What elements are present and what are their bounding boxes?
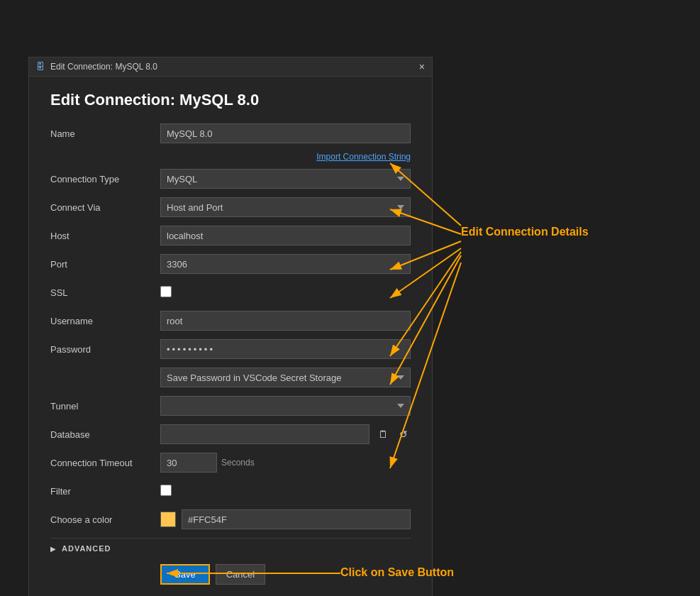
database-row-controls: 🗒 ↺ xyxy=(160,424,411,444)
username-input[interactable] xyxy=(160,311,411,331)
connection-type-row: Connection Type MySQL PostgreSQL SQLite … xyxy=(50,169,411,189)
color-control xyxy=(160,509,411,529)
connect-via-control: Host and Port Socket xyxy=(160,197,411,217)
connection-type-label: Connection Type xyxy=(50,174,160,184)
connect-via-select[interactable]: Host and Port Socket xyxy=(160,197,411,217)
connect-via-row: Connect Via Host and Port Socket xyxy=(50,197,411,217)
filter-label: Filter xyxy=(50,486,160,497)
database-control: 🗒 ↺ xyxy=(160,424,411,444)
db-icon: 🗄 xyxy=(36,62,45,72)
password-label: Password xyxy=(50,344,160,355)
ssl-label: SSL xyxy=(50,287,160,298)
name-input[interactable] xyxy=(160,123,411,143)
advanced-label: ADVANCED xyxy=(62,544,111,553)
password-save-control: Save Password in VSCode Secret Storage D… xyxy=(160,368,411,387)
connect-via-label: Connect Via xyxy=(50,202,160,213)
color-hex-input[interactable] xyxy=(182,509,411,529)
import-link-row: Import Connection String xyxy=(50,152,411,162)
ssl-checkbox[interactable] xyxy=(160,286,172,297)
filter-control xyxy=(160,485,411,498)
tunnel-control xyxy=(160,396,411,416)
port-input[interactable] xyxy=(160,254,411,274)
tunnel-label: Tunnel xyxy=(50,401,160,412)
title-bar: 🗄 Edit Connection: MySQL 8.0 × xyxy=(29,57,432,77)
username-label: Username xyxy=(50,316,160,326)
password-input[interactable] xyxy=(160,339,411,359)
port-row: Port xyxy=(50,254,411,274)
timeout-row-inner: Seconds xyxy=(160,453,411,473)
color-row-inner xyxy=(160,509,411,529)
title-bar-text: Edit Connection: MySQL 8.0 xyxy=(50,62,413,72)
ssl-row: SSL xyxy=(50,282,411,302)
filter-row: Filter xyxy=(50,481,411,501)
username-row: Username xyxy=(50,311,411,331)
click-save-button-annotation: Click on Save Button xyxy=(340,566,454,579)
port-control xyxy=(160,254,411,274)
name-control xyxy=(160,123,411,143)
host-label: Host xyxy=(50,231,160,241)
import-connection-string-link[interactable]: Import Connection String xyxy=(316,152,411,162)
username-control xyxy=(160,311,411,331)
advanced-chevron-icon: ▶ xyxy=(50,545,56,553)
advanced-section[interactable]: ▶ ADVANCED xyxy=(50,538,411,558)
edit-connection-details-annotation: Edit Connection Details xyxy=(461,226,589,238)
database-label: Database xyxy=(50,429,160,440)
password-control xyxy=(160,339,411,359)
connection-timeout-input[interactable] xyxy=(160,453,217,473)
database-row: Database 🗒 ↺ xyxy=(50,424,411,444)
host-control xyxy=(160,226,411,245)
ssl-control xyxy=(160,286,411,299)
database-refresh-icon[interactable]: ↺ xyxy=(396,427,411,441)
filter-checkbox[interactable] xyxy=(160,485,172,496)
color-swatch[interactable] xyxy=(160,512,176,527)
color-row: Choose a color xyxy=(50,509,411,529)
save-button[interactable]: Save xyxy=(160,564,210,585)
connection-timeout-row: Connection Timeout Seconds xyxy=(50,453,411,473)
password-row: Password xyxy=(50,339,411,359)
close-button[interactable]: × xyxy=(419,62,425,72)
port-label: Port xyxy=(50,259,160,270)
host-input[interactable] xyxy=(160,226,411,245)
form-content: Edit Connection: MySQL 8.0 Name Import C… xyxy=(29,77,432,596)
name-row: Name xyxy=(50,123,411,143)
edit-connection-dialog: 🗄 Edit Connection: MySQL 8.0 × Edit Conn… xyxy=(28,57,433,596)
timeout-unit: Seconds xyxy=(221,458,255,468)
name-label: Name xyxy=(50,128,160,139)
connection-type-select[interactable]: MySQL PostgreSQL SQLite MSSQL xyxy=(160,169,411,189)
host-row: Host xyxy=(50,226,411,245)
page-title: Edit Connection: MySQL 8.0 xyxy=(50,91,411,109)
database-copy-icon[interactable]: 🗒 xyxy=(375,427,391,441)
color-label: Choose a color xyxy=(50,514,160,525)
password-save-select[interactable]: Save Password in VSCode Secret Storage D… xyxy=(160,368,411,387)
connection-timeout-control: Seconds xyxy=(160,453,411,473)
cancel-button[interactable]: Cancel xyxy=(216,564,265,585)
tunnel-select[interactable] xyxy=(160,396,411,416)
database-input[interactable] xyxy=(160,424,370,444)
tunnel-row: Tunnel xyxy=(50,396,411,416)
password-save-row: Save Password in VSCode Secret Storage D… xyxy=(50,368,411,387)
connection-timeout-label: Connection Timeout xyxy=(50,458,160,468)
connection-type-control: MySQL PostgreSQL SQLite MSSQL xyxy=(160,169,411,189)
